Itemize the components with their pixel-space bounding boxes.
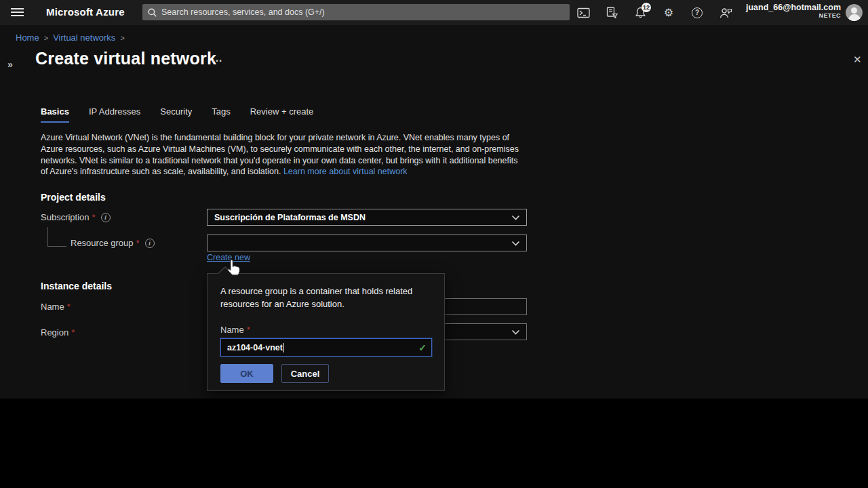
avatar[interactable] (846, 4, 863, 21)
dialog-name-label: Name (220, 325, 250, 335)
valid-checkmark-icon: ✓ (418, 342, 427, 353)
field-connector-line (47, 227, 66, 247)
main-content: Home > Virtual networks > » Create virtu… (0, 25, 868, 399)
user-org: NETEC (746, 12, 841, 19)
azure-portal-screen: Microsoft Azure (0, 0, 868, 488)
page-title: Create virtual network (35, 49, 216, 68)
expand-blade-icon[interactable]: » (7, 59, 13, 70)
top-bar: Microsoft Azure (0, 0, 868, 25)
resource-group-name-input[interactable]: az104-04-vnet ✓ (220, 338, 432, 357)
breadcrumb-separator-icon: > (44, 34, 48, 42)
region-label: Region (41, 327, 75, 338)
tab-review-create[interactable]: Review + create (250, 106, 314, 123)
tab-ip-addresses[interactable]: IP Addresses (89, 106, 140, 123)
global-search[interactable] (142, 4, 570, 20)
chevron-down-icon (511, 241, 520, 247)
search-input[interactable] (161, 7, 564, 17)
resource-group-label: Resource group (71, 238, 155, 248)
settings-gear-icon[interactable]: ⚙ (662, 6, 675, 20)
user-email: juand_66@hotmail.com (746, 3, 841, 12)
breadcrumb-home[interactable]: Home (16, 33, 39, 43)
info-icon[interactable] (145, 239, 155, 248)
cloud-shell-icon[interactable] (576, 6, 590, 20)
create-resource-group-dialog: A resource group is a container that hol… (207, 273, 445, 391)
intro-text: Azure Virtual Network (VNet) is the fund… (41, 132, 524, 178)
more-options-icon[interactable]: … (212, 52, 224, 64)
tab-security[interactable]: Security (160, 106, 192, 123)
instance-details-heading: Instance details (41, 281, 112, 291)
tab-tags[interactable]: Tags (212, 106, 230, 123)
resource-group-dropdown[interactable] (207, 235, 527, 251)
subscription-label: Subscription (41, 212, 111, 222)
search-icon (148, 8, 157, 17)
create-new-link[interactable]: Create new (207, 253, 250, 262)
info-icon[interactable] (101, 213, 111, 222)
breadcrumb-virtual-networks[interactable]: Virtual networks (53, 33, 115, 43)
form-tabs: Basics IP Addresses Security Tags Review… (41, 106, 313, 123)
account-info[interactable]: juand_66@hotmail.com NETEC (746, 3, 841, 20)
notification-count-badge: 12 (642, 3, 651, 12)
ok-button[interactable]: OK (220, 364, 273, 383)
breadcrumb-separator-icon: > (120, 34, 124, 42)
subscription-value: Suscripción de Plataformas de MSDN (214, 213, 366, 222)
resource-group-name-value: az104-04-vnet (227, 343, 283, 352)
dialog-description: A resource group is a container that hol… (220, 285, 425, 310)
chevron-down-icon (511, 215, 520, 221)
brand-title[interactable]: Microsoft Azure (46, 6, 125, 18)
chevron-down-icon (511, 329, 520, 336)
vnet-name-label: Name (41, 302, 71, 312)
project-details-heading: Project details (41, 192, 106, 203)
breadcrumb: Home > Virtual networks > (16, 33, 125, 43)
topbar-icons: 12 ⚙ ? (576, 0, 732, 25)
hamburger-menu-icon[interactable] (11, 6, 24, 18)
learn-more-link[interactable]: Learn more about virtual network (283, 167, 408, 176)
cancel-button[interactable]: Cancel (281, 364, 329, 383)
subscription-dropdown[interactable]: Suscripción de Plataformas de MSDN (207, 209, 527, 226)
text-caret (283, 343, 284, 352)
directory-filter-icon[interactable] (605, 6, 618, 20)
intro-paragraph: Azure Virtual Network (VNet) is the fund… (41, 133, 519, 176)
feedback-icon[interactable] (719, 6, 732, 20)
close-icon[interactable]: ✕ (853, 54, 862, 66)
notifications-bell-icon[interactable]: 12 (633, 6, 647, 20)
tab-basics[interactable]: Basics (41, 106, 69, 123)
help-icon[interactable]: ? (690, 6, 704, 20)
